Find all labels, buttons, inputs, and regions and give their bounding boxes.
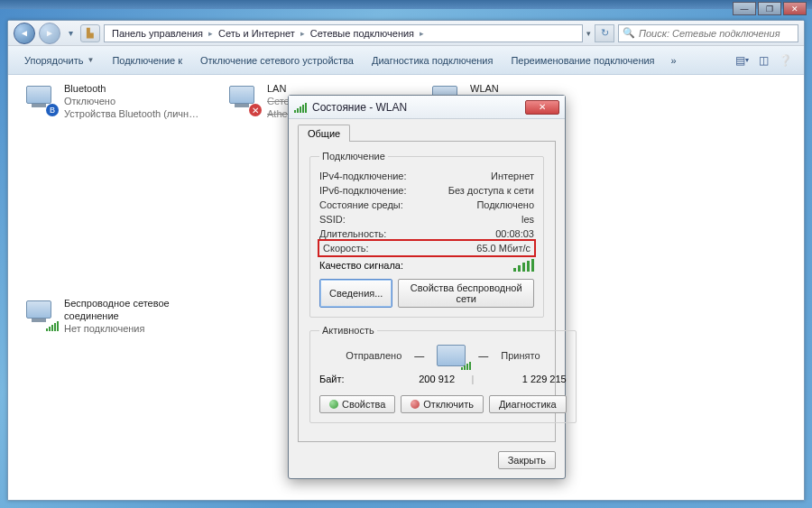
disconnected-icon: ✕ [249, 104, 262, 116]
chevron-right-icon: ▸ [208, 29, 213, 38]
ssid-value: les [521, 214, 534, 225]
breadcrumb-item[interactable]: Сеть и Интернет [215, 28, 299, 39]
wireless-properties-button[interactable]: Свойства беспроводной сети [398, 279, 534, 308]
search-icon: 🔍 [623, 27, 635, 39]
duration-label: Длительность: [319, 228, 386, 239]
dash-icon: — [414, 350, 424, 361]
ssid-label: SSID: [319, 214, 346, 225]
close-button[interactable]: ✕ [783, 2, 807, 15]
bytes-received-value: 1 229 215 [491, 374, 567, 384]
close-dialog-button[interactable]: Закрыть [498, 451, 556, 469]
connection-name: Bluetooth [64, 82, 199, 95]
chevron-right-icon: ▸ [420, 29, 424, 38]
address-bar: ◄ ► ▾ ▙ Панель управления▸ Сеть и Интерн… [8, 21, 804, 46]
media-state-label: Состояние среды: [319, 199, 403, 210]
network-adapter-icon [21, 297, 57, 329]
bytes-sent-value: 200 912 [383, 374, 455, 384]
network-adapter-icon: ✕ [224, 82, 260, 115]
toolbar-overflow[interactable]: » [666, 51, 682, 69]
nav-forward-button[interactable]: ► [39, 23, 60, 44]
diagnose-button[interactable]: Диагностика [489, 395, 567, 413]
maximize-button[interactable]: ❐ [758, 2, 781, 15]
connection-name: WLAN [470, 82, 499, 95]
group-label: Подключение [319, 151, 388, 162]
connection-device: Устройства Bluetooth (личной с... [64, 107, 199, 120]
sent-label: Отправлено [346, 350, 401, 361]
group-label: Активность [319, 325, 377, 336]
speed-label: Скорость: [323, 243, 369, 254]
activity-group: Активность Отправлено — — Принято Байт: … [309, 325, 577, 423]
toolbar-connect-to[interactable]: Подключение к [105, 51, 189, 69]
media-state-value: Подключено [476, 199, 534, 210]
outer-window-controls: — ❐ ✕ [733, 2, 807, 15]
connection-status: Отключено [64, 95, 199, 107]
bluetooth-icon: B [46, 104, 59, 116]
chevron-right-icon: ▸ [300, 29, 305, 38]
disable-button[interactable]: Отключить [401, 395, 484, 413]
speed-row-highlighted: Скорость:65.0 Мбит/с [319, 241, 534, 255]
toolbar-diagnose[interactable]: Диагностика подключения [364, 51, 500, 69]
dialog-close-button[interactable]: ✕ [525, 100, 559, 115]
ipv6-value: Без доступа к сети [448, 185, 534, 196]
search-box[interactable]: 🔍 [618, 24, 798, 42]
nav-back-button[interactable]: ◄ [14, 23, 35, 44]
connection-item-bluetooth[interactable]: B Bluetooth Отключено Устройства Bluetoo… [21, 82, 206, 120]
search-input[interactable] [639, 28, 794, 39]
refresh-button[interactable]: ↻ [595, 24, 614, 42]
signal-quality-label: Качество сигнала: [319, 260, 403, 271]
properties-button[interactable]: Свойства [319, 395, 395, 413]
signal-bars-icon [513, 259, 534, 272]
signal-bars-icon [461, 361, 471, 370]
toolbar-disable-device[interactable]: Отключение сетевого устройства [193, 51, 361, 69]
command-toolbar: Упорядочить▼ Подключение к Отключение се… [8, 46, 804, 75]
toolbar-rename[interactable]: Переименование подключения [503, 51, 661, 69]
tab-general-pane: Подключение IPv4-подключение:Интернет IP… [298, 141, 556, 442]
dialog-title: Состояние - WLAN [312, 101, 407, 114]
connection-item-wireless[interactable]: Беспроводное сетевое соединение Нет подк… [21, 297, 206, 335]
view-options-button[interactable]: ▤▾ [732, 51, 752, 70]
tab-general[interactable]: Общие [298, 125, 350, 142]
signal-bars-icon [294, 102, 307, 113]
connection-status: Нет подключения [64, 322, 206, 335]
connection-name: LAN [267, 82, 402, 95]
breadcrumb-item[interactable]: Панель управления [108, 28, 207, 39]
shield-icon [329, 400, 338, 409]
connection-group: Подключение IPv4-подключение:Интернет IP… [309, 151, 544, 318]
breadcrumb[interactable]: Панель управления▸ Сеть и Интернет▸ Сете… [104, 24, 583, 42]
dialog-titlebar[interactable]: Состояние - WLAN ✕ [289, 96, 565, 119]
ipv6-label: IPv6-подключение: [319, 185, 407, 196]
folder-icon[interactable]: ▙ [80, 24, 100, 42]
minimize-button[interactable]: — [733, 2, 756, 15]
connection-name: Беспроводное сетевое соединение [64, 297, 206, 322]
preview-pane-button[interactable]: ◫ [753, 51, 773, 70]
help-button[interactable]: ❔ [775, 51, 795, 70]
network-adapter-icon: B [21, 82, 57, 115]
signal-bars-icon [46, 320, 59, 331]
duration-value: 00:08:03 [495, 228, 534, 239]
wlan-status-dialog: Состояние - WLAN ✕ Общие Подключение IPv… [288, 95, 566, 479]
speed-value: 65.0 Мбит/с [476, 243, 531, 254]
ipv4-label: IPv4-подключение: [319, 171, 407, 181]
breadcrumb-dropdown[interactable]: ▾ [586, 29, 591, 38]
toolbar-organize[interactable]: Упорядочить▼ [17, 51, 101, 69]
bytes-label: Байт: [319, 374, 383, 384]
details-button[interactable]: Сведения... [319, 279, 392, 308]
nav-history-dropdown[interactable]: ▾ [64, 24, 77, 42]
dash-icon: — [478, 350, 488, 361]
breadcrumb-item[interactable]: Сетевые подключения [307, 28, 418, 39]
disable-icon [411, 400, 420, 409]
received-label: Принято [501, 350, 540, 361]
ipv4-value: Интернет [491, 171, 534, 181]
